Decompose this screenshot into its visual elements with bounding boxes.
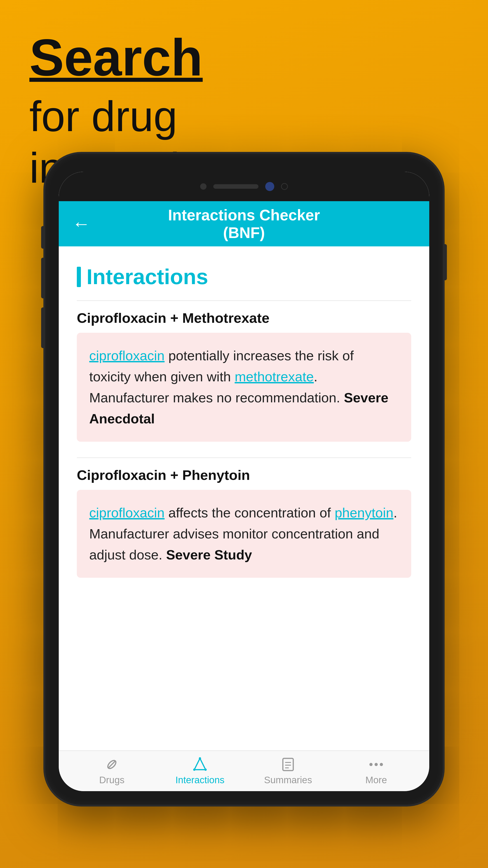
front-camera bbox=[265, 182, 274, 191]
phone-shell: ← Interactions Checker (BNF) Interaction… bbox=[45, 154, 443, 805]
interaction-1-title: Ciprofloxacin + Methotrexate bbox=[77, 310, 411, 326]
back-button[interactable]: ← bbox=[72, 213, 90, 234]
section-heading-bar bbox=[77, 267, 81, 287]
phone-screen: ← Interactions Checker (BNF) Interaction… bbox=[59, 172, 429, 791]
interaction-2-title: Ciprofloxacin + Phenytoin bbox=[77, 467, 411, 483]
svg-point-5 bbox=[193, 769, 195, 771]
nav-label-more: More bbox=[365, 775, 387, 785]
document-icon bbox=[280, 756, 296, 772]
app-title-line2: (BNF) bbox=[168, 224, 320, 241]
power-button bbox=[443, 244, 447, 280]
interaction-2-card: ciprofloxacin affects the concentration … bbox=[77, 490, 411, 578]
svg-point-3 bbox=[199, 757, 201, 760]
nav-label-drugs: Drugs bbox=[99, 775, 125, 785]
svg-point-4 bbox=[204, 769, 207, 771]
nav-item-more[interactable]: More bbox=[337, 756, 415, 785]
severity-2: Severe Study bbox=[166, 547, 252, 562]
status-bar bbox=[59, 172, 429, 201]
nav-label-summaries: Summaries bbox=[264, 775, 312, 785]
section-heading: Interactions bbox=[77, 265, 411, 289]
severity-1: Severe Anecdotal bbox=[89, 390, 388, 426]
phone-device: ← Interactions Checker (BNF) Interaction… bbox=[45, 154, 443, 805]
svg-rect-6 bbox=[283, 758, 293, 771]
mute-button bbox=[41, 226, 45, 249]
divider-1 bbox=[77, 301, 411, 301]
drug-link-ciprofloxacin-2[interactable]: ciprofloxacin bbox=[89, 505, 165, 520]
svg-line-1 bbox=[108, 761, 116, 768]
app-header-bar: ← Interactions Checker (BNF) bbox=[59, 201, 429, 246]
drug-link-methotrexate[interactable]: methotrexate bbox=[235, 369, 314, 384]
sensor-dot-2 bbox=[281, 183, 288, 190]
speaker-grill bbox=[213, 184, 258, 189]
header-search-title: Search bbox=[29, 32, 249, 84]
volume-down-button bbox=[41, 307, 45, 348]
drug-link-ciprofloxacin-1[interactable]: ciprofloxacin bbox=[89, 348, 165, 363]
divider-2 bbox=[77, 458, 411, 458]
section-heading-text: Interactions bbox=[87, 265, 208, 289]
pill-icon bbox=[104, 756, 120, 772]
nav-item-drugs[interactable]: Drugs bbox=[73, 756, 151, 785]
content-area: Interactions Ciprofloxacin + Methotrexat… bbox=[59, 246, 429, 750]
svg-point-10 bbox=[369, 763, 372, 766]
interactions-icon bbox=[192, 756, 208, 772]
svg-point-12 bbox=[380, 763, 383, 766]
bottom-navigation: Drugs Interactions bbox=[59, 750, 429, 791]
nav-item-interactions[interactable]: Interactions bbox=[161, 756, 238, 785]
nav-label-interactions: Interactions bbox=[175, 775, 224, 785]
more-dots-icon bbox=[368, 756, 384, 772]
svg-point-11 bbox=[375, 763, 378, 766]
volume-up-button bbox=[41, 258, 45, 298]
interaction-1-card: ciprofloxacin potentially increases the … bbox=[77, 333, 411, 442]
svg-marker-2 bbox=[194, 758, 205, 770]
app-title-line1: Interactions Checker bbox=[168, 206, 320, 224]
app-title: Interactions Checker (BNF) bbox=[168, 206, 320, 241]
nav-item-summaries[interactable]: Summaries bbox=[249, 756, 327, 785]
drug-link-phenytoin[interactable]: phenytoin bbox=[335, 505, 393, 520]
sensor-dot bbox=[200, 183, 206, 190]
